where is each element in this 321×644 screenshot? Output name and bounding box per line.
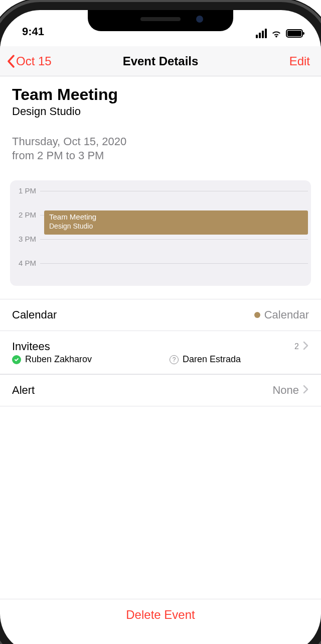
timeline-slot-label: 2 PM xyxy=(10,210,40,219)
chevron-right-icon xyxy=(303,384,309,397)
delete-event-button[interactable]: Delete Event xyxy=(0,599,321,630)
cellular-signal-icon xyxy=(256,29,267,38)
invitee-name: Daren Estrada xyxy=(183,354,241,365)
invitees-list: Ruben Zakharov ? Daren Estrada xyxy=(0,354,321,374)
timeline-slot-label: 3 PM xyxy=(10,235,40,243)
chevron-left-icon xyxy=(7,55,15,68)
content: Team Meeting Design Studio Thursday, Oct… xyxy=(0,76,321,599)
event-title: Team Meeting xyxy=(12,85,309,104)
calendar-row[interactable]: Calendar Calendar xyxy=(0,299,321,331)
invitee-item: ? Daren Estrada xyxy=(170,354,309,365)
alert-label: Alert xyxy=(12,384,272,397)
phone-frame: 9:41 Oct 15 Event Details Edit Team Meet… xyxy=(0,10,321,644)
calendar-value: Calendar xyxy=(264,308,309,321)
invitee-item: Ruben Zakharov xyxy=(12,354,151,365)
back-button[interactable]: Oct 15 xyxy=(7,54,52,68)
footer: Delete Event xyxy=(0,599,321,644)
event-time: from 2 PM to 3 PM xyxy=(12,149,309,162)
calendar-label: Calendar xyxy=(12,308,254,321)
timeline-slot-label: 4 PM xyxy=(10,259,40,267)
invitees-count: 2 xyxy=(294,342,299,351)
invitee-name: Ruben Zakharov xyxy=(25,354,92,365)
timeline-event-subtitle: Design Studio xyxy=(49,222,303,231)
calendar-color-dot xyxy=(254,312,260,318)
event-date: Thursday, Oct 15, 2020 xyxy=(12,135,309,148)
alert-value: None xyxy=(272,384,299,397)
edit-button[interactable]: Edit xyxy=(289,54,310,68)
page-title: Event Details xyxy=(10,54,311,68)
question-circle-icon: ? xyxy=(170,355,179,364)
timeline-event-block[interactable]: Team Meeting Design Studio xyxy=(44,210,308,235)
back-label: Oct 15 xyxy=(16,54,52,68)
timeline-preview[interactable]: 1 PM 2 PM 3 PM 4 PM Team Meeting Design … xyxy=(10,180,311,286)
navigation-bar: Oct 15 Event Details Edit xyxy=(0,46,321,76)
event-location: Design Studio xyxy=(12,105,309,118)
timeline-slot-label: 1 PM xyxy=(10,186,40,195)
notch xyxy=(88,10,233,31)
battery-icon xyxy=(286,29,303,38)
alert-row[interactable]: Alert None xyxy=(0,374,321,406)
wifi-icon xyxy=(271,30,282,38)
check-circle-icon xyxy=(12,355,21,364)
invitees-label: Invitees xyxy=(12,340,294,353)
chevron-right-icon xyxy=(303,341,309,352)
invitees-row[interactable]: Invitees 2 xyxy=(0,331,321,357)
timeline-event-title: Team Meeting xyxy=(49,212,303,222)
